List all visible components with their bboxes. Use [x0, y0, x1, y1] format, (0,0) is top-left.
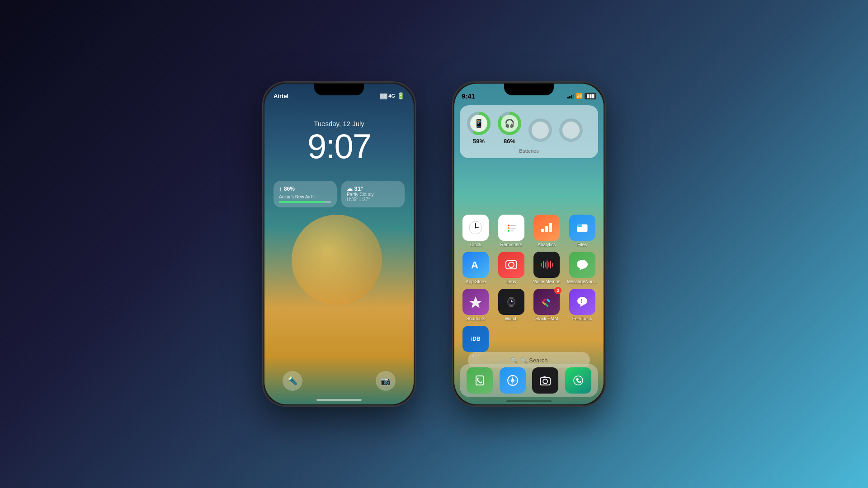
appstore-label: App Store [466, 279, 486, 284]
svg-rect-24 [545, 262, 546, 267]
batteries-row: 📱 59% 🎧 86% [467, 112, 591, 145]
airpods-icon: 🎧 [505, 118, 514, 128]
flashlight-icon: 🔦 [288, 376, 297, 386]
signal-bar-1 [567, 97, 569, 99]
app-slack[interactable]: 2 Slack EMM [531, 289, 563, 321]
svg-rect-28 [552, 263, 553, 267]
lock-screen: Airtel ▓▓ 4G 🔋 Tuesday, 12 July 9:07 ↑ 8 [264, 84, 414, 404]
app-watch[interactable]: Watch [495, 289, 528, 321]
app-reminders[interactable]: Reminders [495, 215, 528, 247]
lock-bottom-controls: 🔦 📷 [264, 371, 414, 391]
svg-point-6 [508, 225, 509, 226]
battery-item-phone: 📱 59% [467, 112, 491, 145]
shortcuts-label: Shortcuts [466, 316, 485, 321]
svg-rect-32 [509, 297, 514, 299]
clock-icon [462, 215, 489, 241]
battery-circle-empty-1 [528, 118, 552, 142]
slack-badge: 2 [554, 287, 561, 294]
files-label: Files [577, 242, 587, 247]
signal-bar-4 [573, 94, 574, 99]
watch-icon [498, 289, 524, 315]
camera-lock-icon: 📷 [381, 376, 391, 386]
notch [314, 84, 364, 95]
svg-rect-25 [547, 260, 547, 269]
battery-fill [279, 201, 324, 203]
app-feedback[interactable]: ! Feedback [566, 289, 599, 321]
battery-widget-name: Ankur's New AirP... [279, 194, 331, 199]
reminders-icon [498, 215, 524, 241]
lock-hour: 9:07 [264, 129, 414, 164]
lock-time-area: Tuesday, 12 July 9:07 [264, 120, 414, 164]
home-battery-icon: ▮▮▮ [585, 93, 596, 99]
shortcuts-icon [462, 289, 489, 315]
batteries-widget: 📱 59% 🎧 86% [460, 105, 598, 158]
dock-phone-icon [467, 367, 493, 394]
slack-label: Slack EMM [535, 316, 558, 321]
battery-circle-inner-airpods: 🎧 [501, 115, 518, 132]
signal-label: ▓▓ 4G [380, 93, 395, 99]
svg-rect-12 [541, 229, 544, 232]
svg-rect-9 [510, 228, 516, 229]
battery-item-airpods: 🎧 86% [498, 112, 521, 145]
svg-rect-27 [550, 261, 551, 268]
files-icon [569, 215, 595, 241]
svg-rect-40 [546, 298, 551, 303]
battery-circle-phone: 📱 [467, 112, 491, 135]
svg-rect-22 [541, 263, 542, 267]
search-label: 🔍 Search [520, 357, 548, 364]
weather-desc: Partly Cloudy [347, 192, 399, 197]
weather-widget: ☁ 31° Partly Cloudy H:35° L:27° [341, 181, 405, 207]
app-files[interactable]: Files [566, 215, 599, 247]
signal-bar-3 [571, 95, 572, 99]
decorative-orb [292, 215, 382, 305]
messages-icon [569, 252, 595, 278]
messages-label: MessageNon... [567, 279, 597, 284]
phone-battery-icon: 📱 [474, 118, 484, 128]
app-messages[interactable]: MessageNon... [566, 252, 599, 284]
battery-widget: ↑ 86% Ankur's New AirP... [274, 181, 337, 207]
weather-range: H:35° L:27° [347, 197, 399, 202]
svg-point-8 [508, 227, 509, 229]
home-screen: 9:41 📶 ▮▮▮ [454, 84, 604, 404]
svg-point-10 [508, 230, 509, 232]
home-notch [504, 84, 554, 95]
app-appstore[interactable]: A App Store [460, 252, 492, 284]
svg-rect-26 [548, 262, 549, 267]
battery-circle-inner-empty-2 [562, 122, 580, 139]
app-shortcuts[interactable]: Shortcuts [460, 289, 492, 321]
svg-marker-31 [469, 296, 482, 308]
app-voicememos[interactable]: Voice Memos [531, 252, 563, 284]
left-phone: Airtel ▓▓ 4G 🔋 Tuesday, 12 July 9:07 ↑ 8 [262, 81, 416, 407]
home-status-icons: 📶 ▮▮▮ [567, 93, 596, 99]
svg-rect-33 [509, 305, 514, 307]
home-indicator-lock [316, 399, 362, 401]
right-phone: 9:41 📶 ▮▮▮ [452, 81, 606, 407]
dock-whatsapp-icon [565, 367, 591, 394]
camera-lock-button[interactable]: 📷 [376, 371, 396, 391]
reminders-label: Reminders [500, 242, 522, 247]
dock-whatsapp[interactable] [565, 367, 591, 394]
dock-safari[interactable] [500, 367, 526, 394]
dock-camera[interactable] [532, 367, 558, 394]
watch-label: Watch [505, 316, 518, 321]
svg-rect-23 [543, 261, 544, 268]
app-lens[interactable]: Lens [495, 252, 528, 284]
battery-item-empty-1 [528, 118, 552, 145]
battery-bar [279, 201, 331, 203]
dock-phone[interactable] [467, 367, 493, 394]
app-analytics[interactable]: Analytics [531, 215, 563, 247]
idb-icon: iDB [462, 326, 489, 352]
weather-temp: ☁ 31° [347, 185, 399, 192]
lock-widgets: ↑ 86% Ankur's New AirP... ☁ 31° Partly C… [274, 181, 405, 207]
svg-text:!: ! [581, 298, 583, 304]
search-icon: 🔍 [510, 357, 518, 364]
battery-widget-percent: 86% [284, 186, 295, 192]
app-clock[interactable]: Clock [460, 215, 492, 247]
flashlight-button[interactable]: 🔦 [283, 371, 302, 391]
lock-date: Tuesday, 12 July [264, 120, 414, 127]
svg-rect-13 [545, 226, 548, 232]
svg-rect-16 [577, 224, 582, 227]
app-grid: Clock Reminders Analytics [460, 215, 598, 358]
home-indicator-home [506, 400, 552, 402]
svg-text:A: A [471, 259, 478, 271]
